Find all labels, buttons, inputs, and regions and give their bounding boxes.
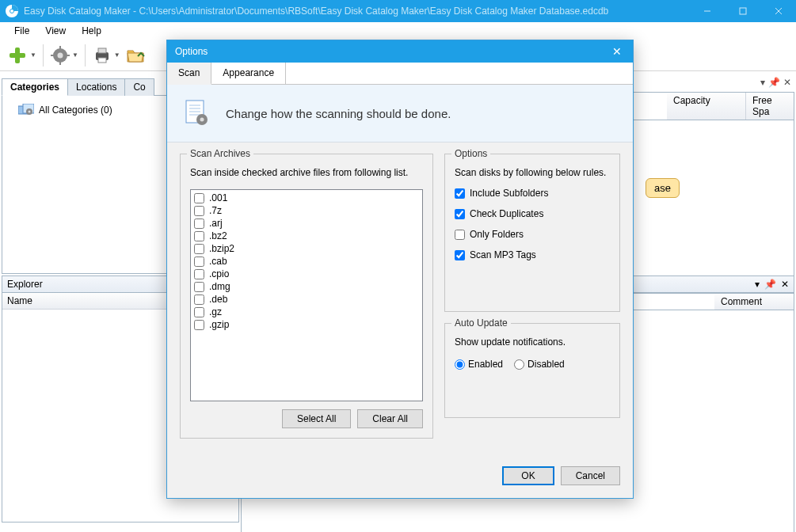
pin-icon[interactable]: 📌 — [768, 77, 780, 88]
dialog-title: Options — [175, 46, 601, 57]
dropdown-icon[interactable]: ▾ — [760, 77, 765, 88]
clear-all-button[interactable]: Clear All — [357, 409, 423, 428]
archive-label: .bzip2 — [209, 243, 234, 254]
archive-item[interactable]: .deb — [194, 293, 419, 306]
svg-point-20 — [29, 111, 31, 113]
print-button[interactable]: ▼ — [90, 44, 122, 67]
archive-checkbox[interactable] — [194, 193, 204, 203]
scan-archives-title: Scan Archives — [187, 148, 253, 159]
check-duplicates-checkbox[interactable] — [455, 209, 465, 219]
archive-checkbox[interactable] — [194, 269, 204, 279]
archive-item[interactable]: .gzip — [194, 318, 419, 331]
include-subfolders-row[interactable]: Include Subfolders — [455, 188, 610, 199]
chevron-down-icon: ▼ — [72, 51, 78, 59]
archive-checkbox[interactable] — [194, 294, 204, 305]
archive-item[interactable]: .cab — [194, 255, 419, 268]
tab-contacts[interactable]: Co — [124, 78, 154, 96]
chevron-down-icon: ▼ — [30, 51, 36, 59]
menubar: File View Help — [0, 22, 796, 40]
app-icon — [5, 4, 19, 18]
include-subfolders-label: Include Subfolders — [470, 188, 548, 199]
archive-item[interactable]: .gz — [194, 306, 419, 318]
options-desc: Scan disks by following below rules. — [455, 167, 610, 178]
only-folders-checkbox[interactable] — [455, 230, 465, 240]
auto-update-group: Auto Update Show update notifications. E… — [444, 323, 620, 418]
archive-checkbox[interactable] — [194, 307, 204, 317]
archive-label: .dmg — [209, 281, 230, 292]
auto-update-disabled-row[interactable]: Disabled — [514, 359, 565, 370]
svg-rect-7 — [10, 53, 25, 58]
window-titlebar: Easy Disk Catalog Maker - C:\Users\Admin… — [0, 0, 796, 22]
scan-archives-group: Scan Archives Scan inside checked archiv… — [180, 154, 433, 439]
folder-button[interactable] — [124, 44, 147, 67]
dialog-footer: OK Cancel — [167, 457, 633, 498]
maximize-button[interactable] — [725, 0, 760, 22]
svg-rect-3 — [740, 8, 746, 14]
archive-checkbox[interactable] — [194, 256, 204, 267]
archive-checkbox[interactable] — [194, 206, 204, 216]
auto-update-enabled-row[interactable]: Enabled — [455, 359, 503, 370]
dropdown-icon[interactable]: ▾ — [755, 279, 760, 290]
select-all-button[interactable]: Select All — [282, 409, 351, 428]
archive-item[interactable]: .bzip2 — [194, 242, 419, 255]
dialog-close-button[interactable]: ✕ — [601, 45, 633, 58]
scan-mp3-checkbox[interactable] — [455, 250, 465, 260]
tab-locations[interactable]: Locations — [67, 78, 125, 96]
archive-label: .gz — [209, 306, 222, 317]
auto-update-disabled-radio[interactable] — [514, 359, 524, 370]
dialog-tabs: Scan Appearance — [167, 63, 633, 85]
close-panel-icon[interactable]: ✕ — [781, 279, 789, 290]
category-icon — [18, 104, 34, 116]
archive-checkbox[interactable] — [194, 231, 204, 241]
cancel-button[interactable]: Cancel — [561, 466, 620, 485]
archive-checkbox[interactable] — [194, 244, 204, 254]
settings-button[interactable]: ▼ — [48, 44, 80, 67]
close-panel-icon[interactable]: ✕ — [783, 77, 791, 88]
ok-button[interactable]: OK — [502, 466, 554, 485]
explorer-title: Explorer — [7, 279, 43, 290]
column-free-space[interactable]: Free Spa — [746, 93, 794, 120]
menu-view[interactable]: View — [37, 24, 74, 38]
close-button[interactable] — [760, 0, 796, 22]
archive-item[interactable]: .arj — [194, 217, 419, 230]
archive-checkbox[interactable] — [194, 218, 204, 229]
svg-point-9 — [57, 52, 63, 58]
menu-help[interactable]: Help — [74, 24, 109, 38]
archive-item[interactable]: .dmg — [194, 280, 419, 293]
only-folders-row[interactable]: Only Folders — [455, 229, 610, 240]
dialog-tab-scan[interactable]: Scan — [167, 63, 211, 85]
check-duplicates-row[interactable]: Check Duplicates — [455, 208, 610, 219]
include-subfolders-checkbox[interactable] — [455, 188, 465, 199]
minimize-button[interactable] — [689, 0, 725, 22]
auto-update-enabled-radio[interactable] — [455, 359, 465, 370]
archive-item[interactable]: .001 — [194, 192, 419, 204]
archive-item[interactable]: .bz2 — [194, 230, 419, 242]
auto-update-enabled-label: Enabled — [468, 359, 503, 370]
add-button[interactable]: ▼ — [5, 43, 38, 68]
scan-mp3-row[interactable]: Scan MP3 Tags — [455, 249, 610, 260]
column-capacity[interactable]: Capacity — [667, 93, 746, 120]
dialog-tab-appearance[interactable]: Appearance — [211, 63, 286, 84]
tree-root-label: All Categories (0) — [39, 104, 112, 116]
archive-label: .001 — [209, 192, 227, 203]
options-title: Options — [451, 148, 490, 159]
pin-icon[interactable]: 📌 — [764, 279, 776, 290]
dialog-titlebar: Options ✕ — [167, 40, 633, 63]
archive-label: .deb — [209, 294, 227, 305]
svg-rect-10 — [59, 46, 61, 49]
tab-categories[interactable]: Categories — [2, 78, 68, 96]
dialog-banner: Change how the scanning should be done. — [167, 85, 633, 142]
menu-file[interactable]: File — [6, 24, 37, 38]
archive-checkbox[interactable] — [194, 320, 204, 330]
archive-list[interactable]: .001.7z.arj.bz2.bzip2.cab.cpio.dmg.deb.g… — [190, 189, 423, 401]
auto-update-title: Auto Update — [451, 317, 511, 329]
chevron-down-icon: ▼ — [114, 51, 120, 59]
svg-rect-15 — [98, 48, 106, 53]
archive-label: .gzip — [209, 319, 229, 330]
archive-checkbox[interactable] — [194, 282, 204, 292]
dialog-banner-text: Change how the scanning should be done. — [226, 107, 451, 120]
archive-item[interactable]: .cpio — [194, 268, 419, 280]
archive-item[interactable]: .7z — [194, 204, 419, 217]
column-comment[interactable]: Comment — [714, 294, 794, 310]
svg-point-1 — [10, 10, 14, 13]
